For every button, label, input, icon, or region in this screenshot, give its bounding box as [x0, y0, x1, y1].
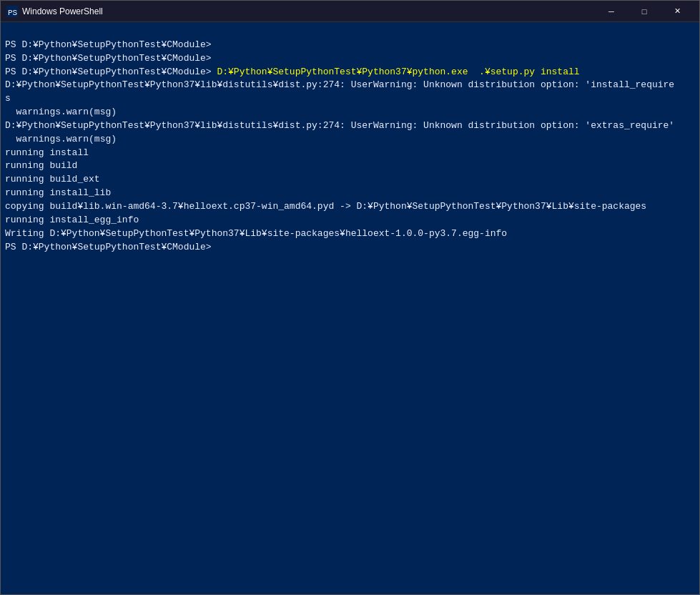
svg-text:PS: PS	[8, 9, 18, 17]
terminal-line: running build_ext	[5, 174, 100, 185]
powershell-window: PS Windows PowerShell ─ □ ✕ PS D:¥Python…	[0, 0, 700, 595]
terminal-line: s	[5, 93, 11, 104]
app-icon: PS	[6, 6, 18, 17]
terminal-line: D:¥Python¥SetupPythonTest¥Python37¥lib¥d…	[5, 79, 674, 90]
terminal-line: PS D:¥Python¥SetupPythonTest¥CModule>	[5, 53, 212, 64]
terminal-line: warnings.warn(msg)	[5, 107, 117, 117]
window-title: Windows PowerShell	[22, 6, 595, 16]
maximize-button[interactable]: □	[628, 1, 661, 22]
terminal-line: running install_egg_info	[5, 215, 139, 225]
close-button[interactable]: ✕	[661, 1, 694, 22]
minimize-button[interactable]: ─	[595, 1, 628, 22]
terminal-line: PS D:¥Python¥SetupPythonTest¥CModule> D:…	[5, 67, 580, 77]
title-bar: PS Windows PowerShell ─ □ ✕	[1, 1, 699, 22]
terminal-line: running install	[5, 147, 89, 158]
terminal-line: running build	[5, 160, 77, 171]
terminal-line: D:¥Python¥SetupPythonTest¥Python37¥lib¥d…	[5, 120, 674, 131]
terminal-line: copying build¥lib.win-amd64-3.7¥helloext…	[5, 201, 646, 212]
terminal-line: running install_lib	[5, 187, 111, 198]
terminal-output[interactable]: PS D:¥Python¥SetupPythonTest¥CModule> PS…	[1, 22, 699, 594]
terminal-line-prompt: PS D:¥Python¥SetupPythonTest¥CModule>	[5, 242, 212, 252]
terminal-line: PS D:¥Python¥SetupPythonTest¥CModule>	[5, 39, 212, 50]
window-controls: ─ □ ✕	[595, 1, 694, 22]
terminal-line: Writing D:¥Python¥SetupPythonTest¥Python…	[5, 228, 507, 239]
terminal-line: warnings.warn(msg)	[5, 134, 117, 144]
